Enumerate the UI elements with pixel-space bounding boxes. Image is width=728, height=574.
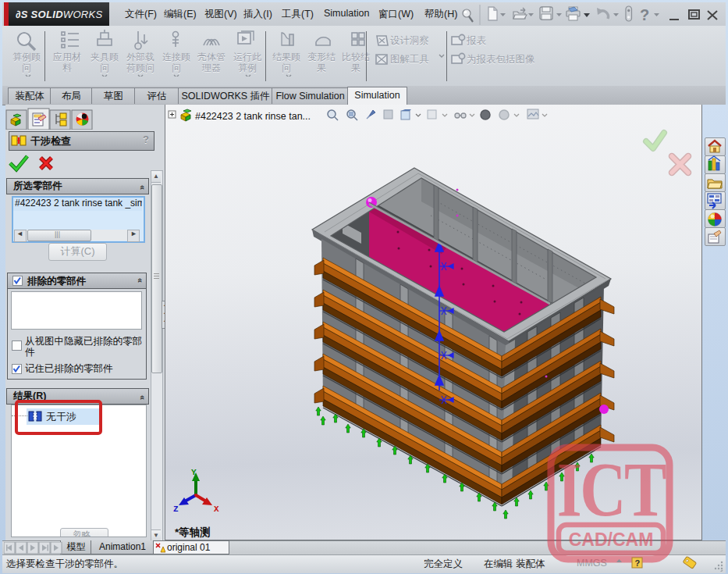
svg-text:Z: Z (173, 504, 179, 514)
svg-text:CAD/CAM: CAD/CAM (569, 529, 654, 550)
svg-text:?: ? (640, 6, 649, 23)
svg-text:Y: Y (191, 468, 197, 477)
svg-text:ICT: ICT (557, 446, 666, 532)
svg-text:?: ? (635, 558, 641, 568)
svg-text:#422423 2 tank rinse tan...: #422423 2 tank rinse tan... (195, 111, 311, 122)
svg-text:*等轴测: *等轴测 (175, 526, 211, 538)
svg-text:X: X (214, 504, 219, 514)
